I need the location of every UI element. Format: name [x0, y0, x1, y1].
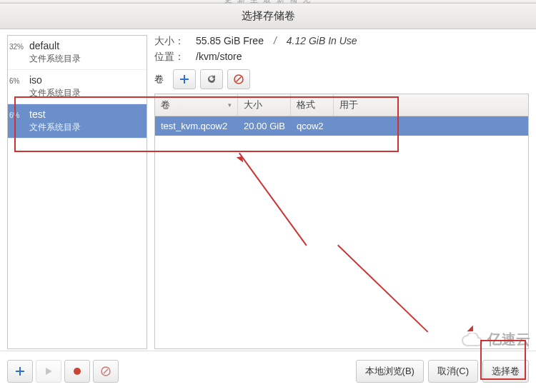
watermark: 亿速云 — [462, 330, 530, 349]
record-icon — [73, 367, 81, 376]
size-label: 大小： — [154, 35, 189, 48]
refresh-icon — [207, 74, 217, 84]
cell-used — [339, 121, 522, 131]
pool-type: 文件系统目录 — [29, 87, 142, 99]
size-free: 55.85 GiB Free — [196, 35, 264, 46]
pool-type: 文件系统目录 — [29, 121, 142, 134]
parent-window-title: 更 新 至 最 新 補 充 — [224, 0, 311, 5]
location-value: /kvm/store — [196, 51, 242, 62]
column-volume-label: 卷 — [161, 99, 170, 111]
pool-name: test — [29, 109, 142, 120]
volume-toolbar-row: 卷 — [154, 69, 529, 89]
pool-type: 文件系统目录 — [29, 53, 142, 65]
parent-window-strip: 更 新 至 最 新 補 充 — [0, 0, 536, 4]
cell-size: 20.00 GiB — [244, 121, 297, 131]
svg-line-1 — [237, 77, 242, 82]
size-inuse: 4.12 GiB In Use — [287, 35, 357, 46]
column-volume[interactable]: 卷 ▾ — [155, 94, 238, 116]
dialog-buttons: 本地浏览(B) 取消(C) 选择卷 — [356, 360, 529, 383]
pool-usage-pct: 6% — [9, 77, 19, 85]
sort-indicator-icon: ▾ — [228, 101, 232, 109]
play-icon — [44, 367, 53, 376]
table-row[interactable]: test_kvm.qcow2 20.00 GiB qcow2 — [155, 116, 528, 136]
column-used-by[interactable]: 用于 — [334, 94, 528, 116]
bottom-bar: 本地浏览(B) 取消(C) 选择卷 — [0, 351, 536, 392]
watermark-text: 亿速云 — [487, 330, 530, 349]
refresh-button[interactable] — [200, 69, 223, 89]
volume-table[interactable]: 卷 ▾ 大小 格式 用于 test_kvm.qcow2 20.00 GiB qc… — [154, 94, 529, 349]
column-format[interactable]: 格式 — [291, 94, 334, 116]
right-pane: 大小： 55.85 GiB Free / 4.12 GiB In Use 位置：… — [154, 35, 529, 349]
delete-pool-button[interactable] — [93, 360, 119, 383]
column-used-label: 用于 — [339, 99, 358, 111]
cancel-button[interactable]: 取消(C) — [428, 360, 478, 383]
volumes-label: 卷 — [154, 73, 169, 86]
column-format-label: 格式 — [297, 99, 315, 111]
delete-circle-icon — [101, 366, 111, 376]
start-pool-button[interactable] — [36, 360, 61, 383]
column-size-label: 大小 — [244, 99, 262, 111]
size-row: 大小： 55.85 GiB Free / 4.12 GiB In Use — [154, 35, 529, 48]
pool-item-iso[interactable]: 6% iso 文件系统目录 — [8, 70, 147, 104]
main-pane: 32% default 文件系统目录 6% iso 文件系统目录 6% test… — [0, 29, 536, 349]
stop-pool-button[interactable] — [64, 360, 90, 383]
cell-format: qcow2 — [297, 121, 339, 131]
location-label: 位置： — [154, 51, 189, 64]
cloud-icon — [462, 333, 483, 347]
browse-local-button[interactable]: 本地浏览(B) — [356, 360, 424, 383]
pool-name: iso — [29, 74, 142, 86]
location-row: 位置： /kvm/store — [154, 51, 529, 64]
cell-volume: test_kvm.qcow2 — [161, 121, 244, 131]
pool-action-buttons — [7, 360, 119, 383]
svg-point-2 — [74, 368, 81, 375]
plus-icon — [179, 74, 189, 84]
pool-usage-pct: 6% — [9, 111, 19, 119]
plus-icon — [15, 366, 25, 376]
window-title: 选择存储卷 — [242, 9, 295, 23]
delete-volume-button[interactable] — [227, 69, 250, 89]
svg-line-4 — [104, 369, 108, 373]
titlebar: 选择存储卷 — [0, 4, 536, 29]
pool-usage-pct: 32% — [9, 43, 24, 51]
add-pool-button[interactable] — [7, 360, 33, 383]
storage-pool-list[interactable]: 32% default 文件系统目录 6% iso 文件系统目录 6% test… — [7, 35, 147, 349]
size-separator: / — [274, 35, 277, 46]
add-volume-button[interactable] — [173, 69, 196, 89]
table-body: test_kvm.qcow2 20.00 GiB qcow2 — [155, 116, 528, 348]
pool-item-test[interactable]: 6% test 文件系统目录 — [8, 104, 147, 139]
column-size[interactable]: 大小 — [238, 94, 291, 116]
pool-name: default — [29, 40, 142, 51]
choose-volume-button[interactable]: 选择卷 — [482, 360, 529, 383]
pool-item-default[interactable]: 32% default 文件系统目录 — [8, 36, 147, 70]
table-header: 卷 ▾ 大小 格式 用于 — [155, 94, 528, 116]
stop-circle-icon — [234, 74, 244, 84]
